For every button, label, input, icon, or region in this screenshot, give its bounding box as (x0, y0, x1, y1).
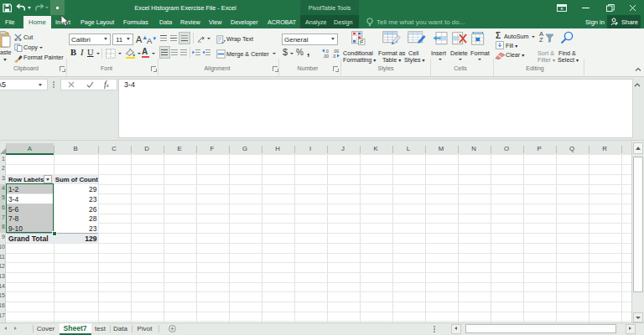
svg-text:.0: .0 (332, 53, 335, 58)
svg-text:.00: .00 (323, 53, 329, 58)
